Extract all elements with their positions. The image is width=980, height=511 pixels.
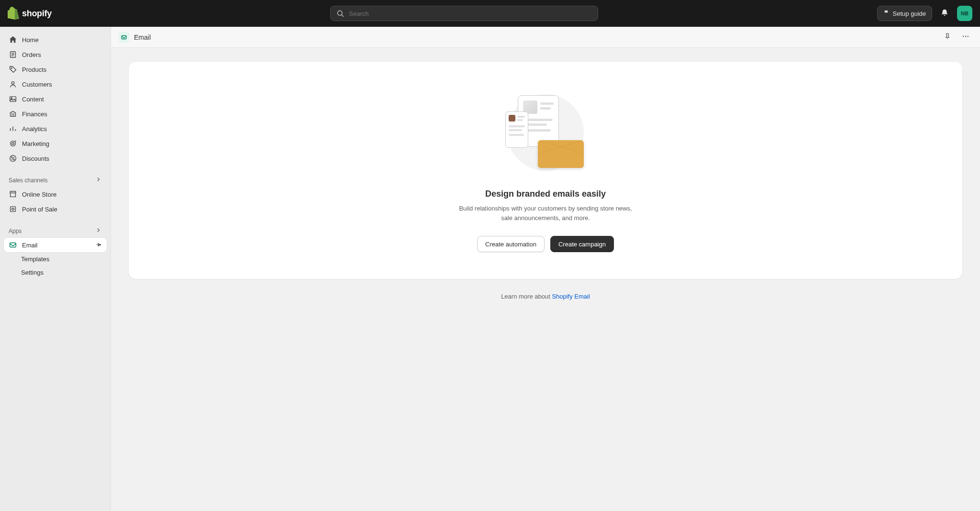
learn-prefix: Learn more about [501, 293, 552, 300]
section-label: Sales channels [9, 177, 47, 184]
image-icon [9, 95, 17, 103]
nav-app-settings[interactable]: Settings [4, 266, 107, 279]
nav-label: Templates [21, 256, 49, 263]
topbar: shopify Setup guide NB [0, 0, 980, 27]
empty-state-card: Design branded emails easily Build relat… [128, 61, 963, 279]
email-illustration [502, 90, 589, 172]
more-actions-button[interactable] [959, 31, 972, 44]
create-campaign-button[interactable]: Create campaign [550, 236, 614, 252]
nav-label: Discounts [22, 155, 49, 162]
shopify-bag-icon [8, 7, 19, 20]
nav-home[interactable]: Home [4, 33, 107, 47]
nav-label: Finances [22, 111, 47, 118]
svg-rect-13 [10, 243, 16, 247]
search-input[interactable] [348, 10, 592, 18]
chevron-right-icon [95, 176, 102, 184]
percent-icon [9, 154, 17, 163]
nav-label: Home [22, 36, 39, 44]
setup-guide-label: Setup guide [893, 10, 926, 17]
page-header: Email [111, 27, 980, 48]
dots-icon [962, 33, 969, 42]
nav-label: Customers [22, 81, 52, 88]
svg-rect-11 [11, 207, 16, 212]
nav-products[interactable]: Products [4, 62, 107, 77]
search-icon [336, 10, 344, 17]
nav-customers[interactable]: Customers [4, 77, 107, 91]
nav-content[interactable]: Content [4, 92, 107, 106]
bank-icon [9, 110, 17, 118]
nav-finances[interactable]: Finances [4, 107, 107, 121]
nav-discounts[interactable]: Discounts [4, 151, 107, 166]
nav-label: Orders [22, 51, 41, 58]
avatar-initials: NB [961, 11, 969, 16]
nav-label: Online Store [22, 191, 56, 198]
section-sales-channels[interactable]: Sales channels [4, 173, 107, 187]
tag-icon [9, 65, 17, 74]
svg-rect-4 [10, 97, 16, 102]
page-title: Email [134, 33, 151, 41]
card-subtext: Build relationships with your customers … [455, 204, 636, 222]
nav-label: Marketing [22, 140, 49, 147]
bell-icon [940, 9, 949, 19]
nav-analytics[interactable]: Analytics [4, 122, 107, 136]
button-label: Create campaign [558, 241, 606, 248]
store-icon [9, 190, 17, 199]
svg-point-12 [12, 208, 14, 211]
orders-icon [9, 50, 17, 59]
svg-point-17 [968, 36, 969, 37]
svg-point-9 [11, 157, 12, 158]
svg-point-3 [11, 82, 14, 84]
nav-label: Analytics [22, 125, 47, 133]
svg-rect-14 [122, 35, 126, 39]
nav-app-templates[interactable]: Templates [4, 253, 107, 266]
shopify-logo[interactable]: shopify [8, 7, 52, 20]
flag-icon [883, 10, 890, 18]
user-avatar[interactable]: NB [957, 6, 972, 21]
button-label: Create automation [485, 241, 536, 248]
home-icon [9, 35, 17, 44]
svg-point-2 [11, 67, 12, 68]
nav-label: Point of Sale [22, 206, 57, 213]
nav-label: Content [22, 96, 44, 103]
notifications-button[interactable] [937, 6, 952, 21]
pin-icon[interactable] [95, 242, 102, 248]
card-heading: Design branded emails easily [485, 189, 606, 199]
logo-text: shopify [22, 9, 52, 19]
learn-more: Learn more about Shopify Email [128, 293, 963, 300]
sidebar: Home Orders Products Customers Content F… [0, 27, 111, 511]
nav-online-store[interactable]: Online Store [4, 187, 107, 201]
nav-app-email[interactable]: Email [4, 238, 107, 252]
svg-point-10 [13, 159, 14, 160]
create-automation-button[interactable]: Create automation [477, 236, 545, 252]
target-icon [9, 139, 17, 148]
pos-icon [9, 205, 17, 213]
nav-label: Email [22, 242, 38, 249]
nav-label: Products [22, 66, 46, 73]
chevron-right-icon [95, 227, 102, 235]
pin-app-button[interactable] [941, 31, 954, 44]
email-app-icon [119, 32, 129, 43]
nav-orders[interactable]: Orders [4, 47, 107, 62]
nav-label: Settings [21, 269, 44, 276]
main-content: Design branded emails easily Build relat… [111, 48, 980, 511]
svg-point-7 [12, 143, 14, 145]
svg-point-16 [965, 36, 967, 37]
global-search[interactable] [330, 6, 598, 21]
shopify-email-link[interactable]: Shopify Email [552, 293, 590, 300]
section-label: Apps [9, 228, 22, 234]
svg-point-0 [338, 11, 343, 15]
analytics-icon [9, 124, 17, 133]
nav-marketing[interactable]: Marketing [4, 136, 107, 151]
nav-point-of-sale[interactable]: Point of Sale [4, 202, 107, 216]
person-icon [9, 80, 17, 89]
setup-guide-button[interactable]: Setup guide [877, 6, 932, 21]
svg-point-15 [963, 36, 964, 37]
section-apps[interactable]: Apps [4, 224, 107, 238]
email-app-icon [9, 241, 17, 249]
pin-icon [944, 33, 951, 42]
